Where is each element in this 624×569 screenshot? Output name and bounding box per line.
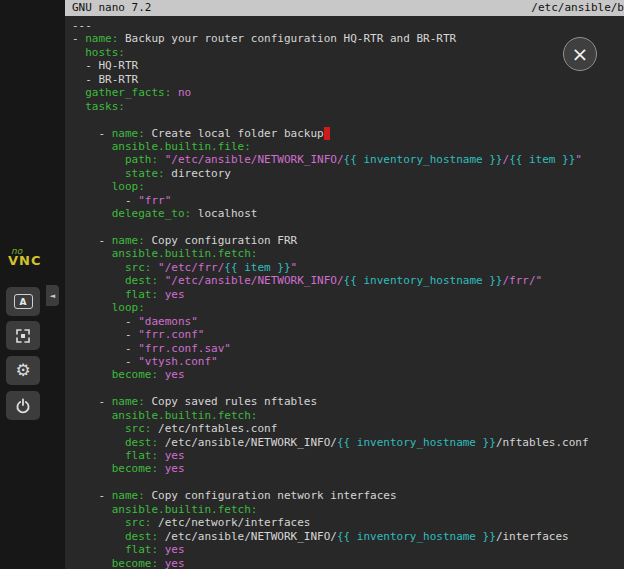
- fullscreen-icon: [15, 328, 31, 344]
- code-segment: [72, 436, 125, 449]
- code-segment: /etc/ansible/NETWORK_INFO/: [158, 436, 337, 449]
- code-segment: [72, 288, 125, 301]
- editor-content[interactable]: ---- name: Backup your router configurat…: [65, 16, 624, 569]
- code-segment: -: [72, 342, 138, 355]
- code-segment: name:: [112, 489, 145, 502]
- nano-titlebar: GNU nano 7.2 /etc/ansible/b: [65, 0, 624, 16]
- editor-line: loop:: [72, 301, 624, 314]
- code-segment: -: [72, 194, 138, 207]
- code-segment: "daemons": [138, 315, 198, 328]
- code-segment: directory: [165, 167, 231, 180]
- code-segment: [72, 207, 112, 220]
- code-segment: "frr": [138, 194, 171, 207]
- editor-line: dest: /etc/ansible/NETWORK_INFO/{{ inven…: [72, 436, 624, 449]
- code-segment: [72, 46, 85, 59]
- code-segment: ansible.builtin.fetch:: [112, 409, 258, 422]
- code-segment: -: [72, 489, 112, 502]
- code-segment: ansible.builtin.fetch:: [112, 503, 258, 516]
- code-segment: name:: [112, 127, 145, 140]
- keyboard-a-icon: A: [14, 294, 33, 309]
- code-segment: [72, 247, 112, 260]
- code-segment: ": [575, 153, 582, 166]
- code-segment: Copy configuration FRR: [145, 234, 297, 247]
- editor-line: - "frr.conf.sav": [72, 342, 624, 355]
- close-overlay-button[interactable]: ×: [563, 37, 597, 71]
- code-segment: [158, 368, 165, 381]
- editor-line: ansible.builtin.fetch:: [72, 503, 624, 516]
- editor-line: become: yes: [72, 368, 624, 381]
- code-segment: become:: [112, 462, 158, 475]
- vnc-control-bar: no VNC A ⚙ ◄: [0, 0, 65, 569]
- code-segment: yes: [165, 368, 185, 381]
- code-segment: become:: [112, 368, 158, 381]
- code-segment: dest:: [125, 530, 158, 543]
- code-segment: ansible.builtin.file:: [112, 140, 251, 153]
- editor-line: - name: Copy saved rules nftables: [72, 395, 624, 408]
- code-segment: src:: [125, 422, 152, 435]
- controlbar-handle[interactable]: ◄: [46, 285, 59, 306]
- code-segment: [72, 557, 112, 569]
- code-segment: loop:: [112, 301, 145, 314]
- code-segment: "/etc/ansible/NETWORK_INFO/: [165, 274, 344, 287]
- chevron-left-icon: ◄: [50, 292, 55, 300]
- editor-line: [72, 476, 624, 489]
- code-segment: Create local folder backup: [145, 127, 324, 140]
- power-button[interactable]: [6, 391, 40, 420]
- code-segment: - HQ-RTR: [72, 59, 138, 72]
- code-segment: [158, 557, 165, 569]
- code-segment: become:: [112, 557, 158, 569]
- code-segment: -: [72, 234, 112, 247]
- editor-line: - "daemons": [72, 315, 624, 328]
- editor-line: ansible.builtin.fetch:: [72, 409, 624, 422]
- nano-version-label: GNU nano 7.2: [72, 0, 151, 16]
- novnc-logo: no VNC: [8, 246, 46, 266]
- editor-line: src: /etc/nftables.conf: [72, 422, 624, 435]
- code-segment: {{ item }}: [509, 153, 575, 166]
- code-segment: ": [291, 261, 298, 274]
- power-icon: [15, 398, 31, 414]
- code-segment: localhost: [191, 207, 257, 220]
- editor-line: hosts:: [72, 46, 624, 59]
- editor-line: ansible.builtin.file:: [72, 140, 624, 153]
- code-segment: [158, 449, 165, 462]
- code-segment: hosts:: [85, 46, 125, 59]
- editor-line: src: "/etc/frr/{{ item }}": [72, 261, 624, 274]
- code-segment: /frr/": [503, 274, 543, 287]
- code-segment: /etc/ansible/NETWORK_INFO/: [158, 530, 337, 543]
- code-segment: yes: [165, 543, 185, 556]
- code-segment: [158, 153, 165, 166]
- extra-keys-button[interactable]: A: [6, 287, 40, 316]
- editor-line: [72, 382, 624, 395]
- code-segment: /interfaces: [496, 530, 569, 543]
- code-segment: -: [72, 32, 85, 45]
- editor-line: loop:: [72, 180, 624, 193]
- editor-line: ---: [72, 19, 624, 32]
- code-segment: dest:: [125, 274, 158, 287]
- settings-button[interactable]: ⚙: [6, 356, 40, 385]
- code-segment: {{ inventory_hostname }}: [337, 436, 496, 449]
- editor-line: gather_facts: no: [72, 86, 624, 99]
- code-segment: -: [72, 395, 112, 408]
- code-segment: [158, 274, 165, 287]
- code-segment: -: [72, 315, 138, 328]
- editor-line: become: yes: [72, 462, 624, 475]
- code-segment: "/etc/frr/: [158, 261, 224, 274]
- editor-line: flat: yes: [72, 288, 624, 301]
- code-segment: name:: [112, 234, 145, 247]
- code-segment: [171, 86, 178, 99]
- code-segment: [72, 100, 85, 113]
- code-segment: ---: [72, 19, 92, 32]
- code-segment: yes: [165, 288, 185, 301]
- code-segment: "vtysh.conf": [138, 355, 217, 368]
- code-segment: -: [72, 328, 138, 341]
- code-segment: delegate_to:: [112, 207, 191, 220]
- code-segment: name:: [85, 32, 118, 45]
- editor-line: src: /etc/network/interfaces: [72, 516, 624, 529]
- editor-line: [72, 221, 624, 234]
- editor-line: state: directory: [72, 167, 624, 180]
- fullscreen-button[interactable]: [6, 321, 40, 350]
- gear-icon: ⚙: [15, 362, 30, 379]
- code-segment: flat:: [125, 543, 158, 556]
- code-segment: [72, 167, 125, 180]
- code-segment: [72, 422, 125, 435]
